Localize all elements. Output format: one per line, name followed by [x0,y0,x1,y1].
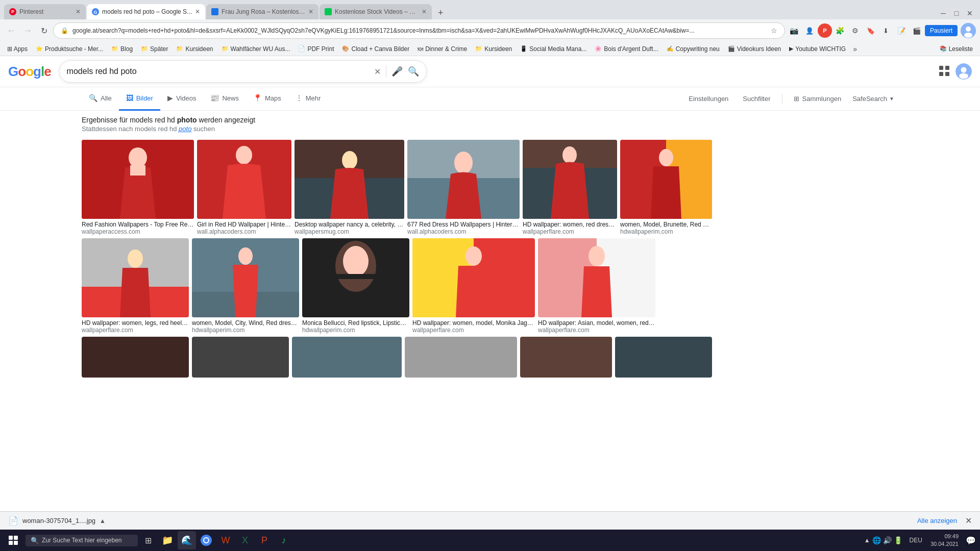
image-item[interactable]: HD wallpaper: women, red dress, ... wall… [523,140,617,235]
image-item[interactable] [405,337,517,378]
apps-grid-icon[interactable] [939,66,949,78]
bookmark-wahlfächer[interactable]: 📁 Wahlfächer WU Aus... [217,44,295,54]
extension-icon-6[interactable]: 📝 [894,23,909,38]
reload-button[interactable]: ↻ [37,23,51,38]
tab-close[interactable]: ✕ [308,8,313,15]
user-avatar[interactable] [961,23,976,38]
image-item[interactable]: women, Model, Brunette, Red dress, ... h… [620,140,712,235]
bookmark-social[interactable]: 📱 Social Media Mana... [516,44,591,54]
back-button[interactable]: ← [4,23,18,38]
einstellungen-link[interactable]: Einstellungen [681,91,736,107]
image-item[interactable]: HD wallpaper: women, legs, red heels, bl… [82,238,189,334]
bookmark-youtube[interactable]: ▶ Youtube WICHTIG [785,44,850,54]
search-box[interactable]: ✕ 🎤 🔍 [59,60,427,83]
taskbar-explorer[interactable]: 📁 [158,531,177,549]
suchfilter-link[interactable]: Suchfilter [736,91,777,107]
forward-button[interactable]: → [20,23,35,38]
close-download-bar-icon[interactable]: ✕ [965,516,972,525]
minimize-button[interactable]: ─ [937,7,949,19]
image-item[interactable] [520,337,612,378]
camera-search-icon[interactable]: 📷 [787,23,801,38]
close-window-button[interactable]: ✕ [964,7,976,19]
tab-bilder[interactable]: 🖼 Bilder [119,87,160,111]
image-item[interactable]: Girl in Red HD Wallpaper | Hintergrü... … [197,140,291,235]
bookmark-kursideen1[interactable]: 📁 Kursideen [172,44,217,54]
taskbar-language[interactable]: DEU [906,537,925,544]
tab-mehr[interactable]: ⋮ Mehr [288,87,328,111]
bookmark-copywriting[interactable]: ✍ Copywriting neu [663,44,724,54]
extension-icon-4[interactable]: 🔖 [864,23,878,38]
tab-videos[interactable]: ▶ Videos [160,87,204,111]
notification-button[interactable]: 💬 [964,531,978,549]
image-item[interactable]: HD wallpaper: women, model, Monika Jagac… [412,238,535,334]
extension-icon-1[interactable]: P [818,23,832,38]
clear-search-icon[interactable]: ✕ [374,67,381,77]
original-query-link[interactable]: poto [179,125,191,133]
bookmark-pdf[interactable]: 📄 PDF Print [294,44,338,54]
extension-icon-7[interactable]: 🎬 [910,23,924,38]
taskbar-spotify[interactable]: ♪ [275,531,293,549]
safesearch-button[interactable]: SafeSearch ▼ [848,91,898,107]
tray-up-arrow[interactable]: ▲ [864,537,870,544]
image-item[interactable]: 677 Red Dress HD Wallpapers | Hinterg...… [407,140,520,235]
bookmark-bois[interactable]: 🌸 Bois d'Argent Duft... [591,44,662,54]
taskbar-excel[interactable]: X [236,531,254,549]
network-icon[interactable]: 🌐 [872,536,881,544]
taskbar-chrome[interactable] [197,531,215,549]
extension-icon-5[interactable]: ⬇ [879,23,893,38]
tab-close[interactable]: ✕ [195,8,200,15]
taskbar-search[interactable]: 🔍 Zur Suche Text hier eingeben [26,535,138,546]
taskbar-edge[interactable]: 🌊 [178,531,196,549]
bookmark-später[interactable]: 📁 Später [137,44,172,54]
tab-frau[interactable]: Frau Jung Rosa – Kostenloses Fo... ✕ [206,4,318,19]
image-item[interactable]: Monica Bellucci, Red lipstick, Lipstick,… [302,238,409,334]
search-input[interactable] [67,67,369,76]
taskbar-powerpoint[interactable]: P [255,531,274,549]
tab-pinterest[interactable]: P Pinterest ✕ [4,4,86,19]
image-item[interactable]: HD wallpaper: Asian, model, women, red d… [538,238,655,334]
extension-icon-3[interactable]: ⚙ [848,23,863,38]
pausiert-button[interactable]: Pausiert [925,25,958,36]
address-bar[interactable]: 🔒 google.at/search?q=models+red+hd+poto&… [53,22,785,39]
new-tab-button[interactable]: + [433,6,449,19]
search-submit-icon[interactable]: 🔍 [408,66,419,77]
apps-bookmark[interactable]: ⊞ Apps [3,44,32,54]
maximize-button[interactable]: □ [950,7,963,19]
tab-google[interactable]: G models red hd poto – Google S... ✕ [87,4,205,19]
taskbar-clock[interactable]: 09:49 30.04.2021 [926,533,963,548]
tab-alle[interactable]: 🔍 Alle [82,87,119,111]
tab-maps[interactable]: 📍 Maps [246,87,288,111]
bookmark-produktsuche[interactable]: ⭐ Produktsuche - Mer... [32,44,107,54]
battery-icon[interactable]: 🔋 [894,536,902,544]
bookmarks-more[interactable]: » [850,44,860,54]
image-item[interactable]: Desktop wallpaper nancy a, celebrity, bl… [295,140,404,235]
bookmark-videokurs[interactable]: 🎬 Videokurs Ideen [724,44,786,54]
sammlungen-button[interactable]: ⊞ Sammlungen [787,91,849,107]
profile-icon[interactable]: 👤 [802,23,817,38]
mic-icon[interactable]: 🎤 [391,66,403,77]
image-item[interactable] [292,337,402,378]
bookmark-blog[interactable]: 📁 Blog [107,44,137,54]
tab-pexels[interactable]: Kostenlose Stock Videos – Pexels... ✕ [320,4,432,19]
bookmark-kursideen2[interactable]: 📁 Kursideen [471,44,516,54]
tab-close[interactable]: ✕ [422,8,427,15]
image-item[interactable]: Red Fashion Wallpapers - Top Free Red Fa… [82,140,194,235]
bookmark-canva[interactable]: 🎨 Cload + Canva Bilder [338,44,413,54]
image-item[interactable] [615,337,712,378]
task-view-button[interactable]: ⊞ [139,531,157,549]
image-item[interactable]: women, Model, City, Wind, Red dress HD W… [192,238,299,334]
start-button[interactable] [2,530,24,551]
tab-news[interactable]: 📰 News [203,87,246,111]
image-item[interactable] [82,337,189,378]
user-avatar-header[interactable] [955,63,972,80]
show-all-downloads-link[interactable]: Alle anzeigen [917,517,957,524]
bookmark-star-icon[interactable]: ☆ [771,27,777,35]
download-chevron-icon[interactable]: ▲ [100,517,106,524]
google-logo[interactable]: Google [8,64,51,80]
volume-icon[interactable]: 🔊 [883,536,892,544]
extension-icon-2[interactable]: 🧩 [833,23,847,38]
bookmark-dinner[interactable]: 🍽 Dinner & Crime [413,44,471,54]
image-item[interactable] [192,337,289,378]
lesenliste-button[interactable]: 📚 Leseliste [936,44,977,54]
tab-close[interactable]: ✕ [76,8,81,15]
